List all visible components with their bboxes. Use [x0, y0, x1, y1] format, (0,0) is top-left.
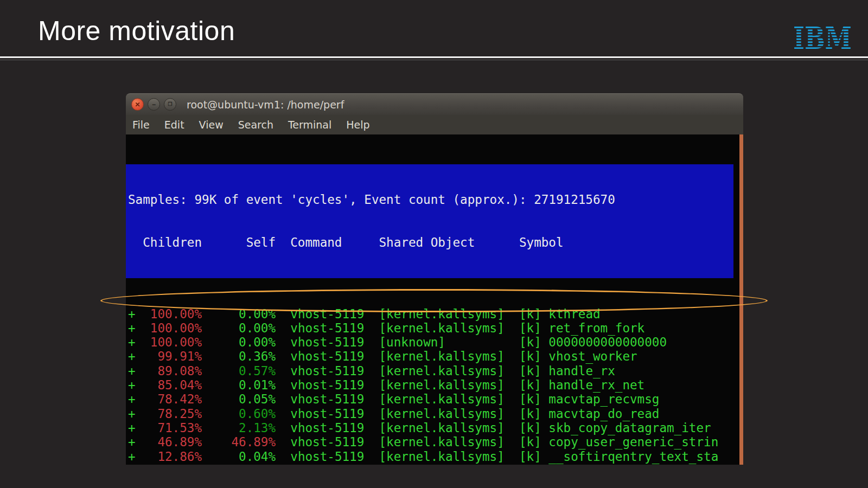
title-divider-shadow — [0, 60, 868, 60]
row-detail: vhost-5119 [kernel.kallsyms] [k] ret_fro… — [276, 321, 644, 335]
self-percent: 0.57% — [202, 364, 276, 378]
perf-row[interactable]: + 46.89% 46.89% vhost-5119 [kernel.kalls… — [128, 435, 743, 449]
self-percent: 0.00% — [202, 307, 276, 321]
row-detail: vhost-5119 [kernel.kallsyms] [k] vhost_w… — [276, 349, 637, 363]
self-percent: 2.13% — [202, 421, 276, 435]
perf-row[interactable]: + 100.00% 0.00% vhost-5119 [kernel.kalls… — [128, 307, 743, 321]
children-percent: 85.04% — [136, 378, 202, 392]
row-detail: vhost-5119 [kernel.kallsyms] [k] handle_… — [276, 378, 644, 392]
row-detail: vhost-5119 [kernel.kallsyms] [k] skb_cop… — [276, 421, 711, 435]
row-detail: vhost-5119 [kernel.kallsyms] [k] macvtap… — [276, 392, 659, 406]
expand-indicator: + — [128, 349, 136, 363]
children-percent: 12.80% — [136, 464, 202, 465]
terminal-titlebar[interactable]: ✕ − ❐ root@ubuntu-vm1: /home/perf — [126, 93, 743, 115]
terminal-menubar: FileEditViewSearchTerminalHelp — [126, 115, 743, 134]
terminal-content[interactable]: Samples: 99K of event 'cycles', Event co… — [126, 134, 743, 465]
children-percent: 89.08% — [136, 364, 202, 378]
children-percent: 71.53% — [136, 421, 202, 435]
slide: More motivation — [0, 0, 868, 488]
menu-item-view[interactable]: View — [199, 119, 224, 131]
children-percent: 100.00% — [136, 335, 202, 349]
expand-indicator: + — [128, 335, 136, 349]
menu-item-edit[interactable]: Edit — [164, 119, 184, 131]
row-detail: vhost-5119 [unknown] [k] 000000000000000… — [276, 335, 667, 349]
page-title: More motivation — [38, 15, 235, 47]
perf-header-line: Samples: 99K of event 'cycles', Event co… — [128, 192, 733, 207]
maximize-icon: ❐ — [168, 102, 172, 107]
maximize-button[interactable]: ❐ — [164, 98, 176, 111]
children-percent: 46.89% — [136, 435, 202, 449]
expand-indicator: + — [128, 364, 136, 378]
menu-item-search[interactable]: Search — [238, 119, 273, 131]
self-percent: 0.00% — [202, 321, 276, 335]
row-detail: vhost-5119 [kernel.kallsyms] [k] __softi… — [276, 450, 718, 464]
minimize-icon: − — [152, 101, 156, 107]
expand-indicator: + — [128, 450, 136, 464]
perf-row[interactable]: + 78.42% 0.05% vhost-5119 [kernel.kallsy… — [128, 392, 743, 406]
perf-header: Samples: 99K of event 'cycles', Event co… — [126, 164, 733, 278]
self-percent: 0.01% — [202, 378, 276, 392]
perf-row[interactable]: + 85.04% 0.01% vhost-5119 [kernel.kallsy… — [128, 378, 743, 392]
self-percent: 0.04% — [202, 450, 276, 464]
children-percent: 78.25% — [136, 407, 202, 421]
menu-item-terminal[interactable]: Terminal — [288, 119, 331, 131]
expand-indicator: + — [128, 421, 136, 435]
self-percent: 0.36% — [202, 349, 276, 363]
row-detail: vhost-5119 [kernel.kallsyms] [k] copy_us… — [276, 435, 718, 449]
menu-item-file[interactable]: File — [132, 119, 150, 131]
scrollbar-stripe[interactable] — [739, 134, 743, 465]
window-title: root@ubuntu-vm1: /home/perf — [187, 99, 344, 111]
minimize-button[interactable]: − — [148, 98, 160, 111]
close-button[interactable]: ✕ — [131, 98, 144, 111]
perf-row[interactable]: + 89.08% 0.57% vhost-5119 [kernel.kallsy… — [128, 364, 743, 378]
row-detail: vhost-5119 [kernel.kallsyms] [k] kthread — [276, 307, 601, 321]
menu-item-help[interactable]: Help — [346, 119, 369, 131]
children-percent: 12.86% — [136, 450, 202, 464]
expand-indicator: + — [128, 435, 136, 449]
perf-row[interactable]: + 12.80% 0.02% vhost-5119 [kernel.kallsy… — [128, 464, 743, 465]
children-percent: 100.00% — [136, 307, 202, 321]
row-detail: vhost-5119 [kernel.kallsyms] [k] ret_fro… — [276, 464, 644, 465]
row-detail: vhost-5119 [kernel.kallsyms] [k] handle_… — [276, 364, 615, 378]
self-percent: 0.60% — [202, 407, 276, 421]
title-divider — [0, 56, 868, 58]
expand-indicator: + — [128, 464, 136, 465]
expand-indicator: + — [128, 407, 136, 421]
expand-indicator: + — [128, 321, 136, 335]
ibm-logo-graphic: IBM — [792, 17, 853, 53]
children-percent: 99.91% — [136, 349, 202, 363]
perf-report-rows: + 100.00% 0.00% vhost-5119 [kernel.kalls… — [128, 307, 743, 465]
self-percent: 0.02% — [202, 464, 276, 465]
self-percent: 0.05% — [202, 392, 276, 406]
self-percent: 0.00% — [202, 335, 276, 349]
terminal-window: ✕ − ❐ root@ubuntu-vm1: /home/perf FileEd… — [126, 93, 743, 465]
svg-text:IBM: IBM — [793, 20, 852, 53]
self-percent: 46.89% — [202, 435, 276, 449]
children-percent: 100.00% — [136, 321, 202, 335]
perf-header-columns: Children Self Command Shared Object Symb… — [128, 235, 733, 249]
perf-row[interactable]: + 100.00% 0.00% vhost-5119 [unknown] [k]… — [128, 335, 743, 349]
expand-indicator: + — [128, 392, 136, 406]
perf-row[interactable]: + 99.91% 0.36% vhost-5119 [kernel.kallsy… — [128, 349, 743, 363]
perf-row[interactable]: + 78.25% 0.60% vhost-5119 [kernel.kallsy… — [128, 407, 743, 421]
close-icon: ✕ — [135, 101, 140, 107]
perf-row[interactable]: + 100.00% 0.00% vhost-5119 [kernel.kalls… — [128, 321, 743, 335]
expand-indicator: + — [128, 378, 136, 392]
perf-row[interactable]: + 12.86% 0.04% vhost-5119 [kernel.kallsy… — [128, 450, 743, 464]
children-percent: 78.42% — [136, 392, 202, 406]
ibm-logo: IBM — [792, 17, 853, 53]
perf-row[interactable]: + 71.53% 2.13% vhost-5119 [kernel.kallsy… — [128, 421, 743, 435]
row-detail: vhost-5119 [kernel.kallsyms] [k] macvtap… — [276, 407, 659, 421]
expand-indicator: + — [128, 307, 136, 321]
